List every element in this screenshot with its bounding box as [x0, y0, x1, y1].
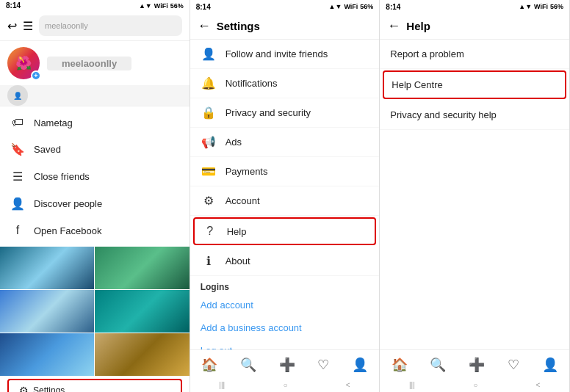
payments-icon: 💳 [201, 164, 217, 178]
wifi-icon-2: WiFi [344, 3, 358, 10]
settings-label-follow-invite: Follow and invite friends [226, 48, 328, 59]
avatar[interactable]: 🌺 + [7, 47, 40, 79]
help-title: Help [406, 20, 562, 32]
phone-nav-bar-2: ||| ○ < [190, 379, 380, 392]
settings-label-help: Help [227, 226, 247, 237]
settings-item-privacy-security[interactable]: 🔒 Privacy and security [190, 98, 380, 128]
menu-label-nametag: Nametag [34, 117, 73, 128]
bottom-nav-2: 🏠 🔍 ➕ ♡ 👤 [190, 349, 380, 379]
help-item-report-problem[interactable]: Report a problem [380, 40, 569, 69]
settings-item-follow-invite[interactable]: 👤 Follow and invite friends [190, 40, 380, 69]
ads-icon: 📢 [201, 135, 217, 149]
username-display: meelaoonlly [39, 15, 182, 36]
settings-button[interactable]: ⚙ Settings [7, 379, 182, 392]
panel-settings: 8:14 ▲▼ WiFi 56% ← Settings 👤 Follow and… [190, 0, 380, 392]
menu-item-discover-people[interactable]: 👤 Discover people [0, 190, 190, 217]
panel-help: 8:14 ▲▼ WiFi 56% ← Help Report a problem… [380, 0, 570, 392]
search-nav-icon-3[interactable]: 🔍 [430, 357, 446, 373]
image-cell-2[interactable] [95, 247, 189, 289]
settings-label-account: Account [226, 195, 260, 206]
help-item-help-centre[interactable]: Help Centre [383, 70, 566, 99]
add-account-link[interactable]: Add account [190, 294, 380, 316]
battery-2: 56% [360, 3, 373, 10]
wifi-icon: WiFi [154, 2, 168, 10]
hamburger-icon[interactable]: ☰ [23, 19, 33, 33]
history-icon[interactable]: ↩ [7, 19, 17, 33]
battery-1: 56% [170, 2, 184, 10]
profile-nav-icon-2[interactable]: 👤 [352, 357, 368, 373]
privacy-icon: 🔒 [201, 106, 217, 120]
phone-bar-center-2: ○ [283, 381, 287, 389]
log-out-link[interactable]: Log out [190, 339, 380, 349]
settings-item-help[interactable]: ? Help [193, 217, 377, 245]
panel1-top-bar: ↩ ☰ meelaoonlly [0, 11, 190, 41]
settings-label-privacy-security: Privacy and security [226, 107, 311, 118]
close-friends-icon: ☰ [10, 170, 25, 184]
discover-icon: 👤 [10, 197, 25, 211]
wifi-icon-3: WiFi [534, 3, 548, 10]
signal-icon-3: ▲▼ [519, 3, 532, 10]
help-centre-label: Help Centre [392, 79, 442, 90]
settings-item-ads[interactable]: 📢 Ads [190, 128, 380, 157]
image-cell-3[interactable] [0, 290, 94, 333]
image-cell-6[interactable] [95, 333, 189, 376]
bottom-nav-3: 🏠 🔍 ➕ ♡ 👤 [380, 349, 569, 379]
status-icons-1: ▲▼ WiFi 56% [139, 2, 184, 10]
avatar-plus-button[interactable]: + [31, 70, 41, 81]
follow-invite-icon: 👤 [201, 47, 217, 61]
add-nav-icon-2[interactable]: ➕ [279, 357, 295, 373]
help-back-button[interactable]: ← [387, 18, 400, 34]
story-circle[interactable]: 👤 [7, 85, 28, 106]
story-bar: 👤 [0, 85, 190, 106]
image-cell-4[interactable] [95, 290, 189, 333]
menu-item-nametag[interactable]: 🏷 Nametag [0, 109, 190, 136]
menu-item-close-friends[interactable]: ☰ Close friends [0, 163, 190, 190]
settings-label: Settings [33, 385, 65, 392]
time-1: 8:14 [6, 1, 21, 10]
avatar-row: 🌺 + meelaoonlly [0, 41, 190, 85]
phone-bar-left-2: ||| [219, 381, 225, 389]
settings-list: 👤 Follow and invite friends 🔔 Notificati… [190, 40, 380, 349]
heart-nav-icon-3[interactable]: ♡ [508, 357, 519, 373]
menu-item-saved[interactable]: 🔖 Saved [0, 136, 190, 163]
home-nav-icon-3[interactable]: 🏠 [392, 357, 408, 373]
signal-icon: ▲▼ [139, 2, 152, 10]
avatar-image: 🌺 [15, 55, 32, 71]
settings-item-notifications[interactable]: 🔔 Notifications [190, 69, 380, 98]
facebook-icon: f [10, 224, 25, 237]
image-cell-1[interactable] [0, 247, 94, 289]
add-business-account-link[interactable]: Add a business account [190, 316, 380, 339]
nametag-icon: 🏷 [10, 116, 25, 129]
settings-icon: ⚙ [19, 385, 29, 392]
status-bar-2: 8:14 ▲▼ WiFi 56% [190, 0, 380, 13]
menu-item-open-facebook[interactable]: f Open Facebook [0, 217, 190, 244]
menu-label-discover-people: Discover people [34, 198, 102, 209]
search-nav-icon-2[interactable]: 🔍 [240, 357, 256, 373]
time-3: 8:14 [386, 3, 400, 11]
phone-nav-bar-3: ||| ○ < [380, 379, 569, 392]
menu-label-close-friends: Close friends [34, 171, 90, 182]
image-cell-5[interactable] [0, 333, 94, 376]
help-icon: ? [202, 225, 218, 238]
home-nav-icon-2[interactable]: 🏠 [201, 357, 217, 373]
status-icons-2: ▲▼ WiFi 56% [329, 3, 374, 10]
phone-bar-right-2: < [346, 381, 350, 389]
settings-title: Settings [217, 20, 372, 32]
settings-item-about[interactable]: ℹ About [190, 247, 380, 276]
username-label: meelaoonlly [47, 57, 131, 70]
heart-nav-icon-2[interactable]: ♡ [317, 357, 329, 373]
status-bar-3: 8:14 ▲▼ WiFi 56% [380, 0, 569, 13]
add-nav-icon-3[interactable]: ➕ [469, 357, 485, 373]
settings-item-payments[interactable]: 💳 Payments [190, 157, 380, 186]
saved-icon: 🔖 [10, 142, 25, 156]
signal-icon-2: ▲▼ [329, 3, 342, 10]
profile-nav-icon-3[interactable]: 👤 [542, 357, 558, 373]
settings-item-account[interactable]: ⚙ Account [190, 186, 380, 216]
settings-back-button[interactable]: ← [198, 18, 211, 34]
status-icons-3: ▲▼ WiFi 56% [519, 3, 563, 10]
account-icon: ⚙ [201, 194, 217, 208]
menu-label-open-facebook: Open Facebook [34, 225, 102, 236]
help-item-privacy-security-help[interactable]: Privacy and security help [380, 101, 569, 130]
help-header: ← Help [380, 13, 569, 40]
menu-label-saved: Saved [34, 144, 61, 155]
